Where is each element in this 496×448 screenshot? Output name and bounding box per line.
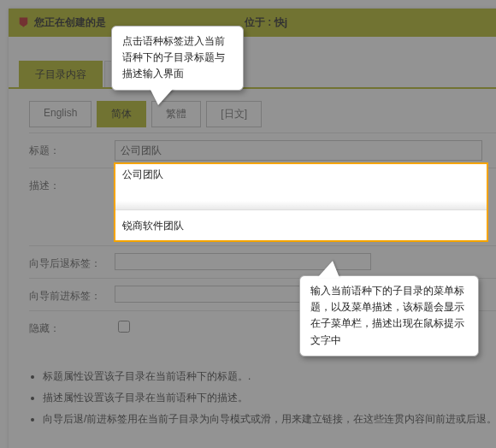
description-label: 描述： <box>29 175 115 193</box>
hidden-label: 隐藏： <box>29 318 115 336</box>
callout-text: 点击语种标签进入当前语种下的子目录标题与描述输入界面 <box>122 35 225 80</box>
hidden-checkbox[interactable] <box>118 321 130 333</box>
shield-icon: ⛊ <box>17 17 29 29</box>
help-bullet-list: 标题属性设置该子目录在当前语种下的标题。. 描述属性设置该子目录在当前语种下的描… <box>9 362 496 439</box>
lang-tab-simplified[interactable]: 简体 <box>97 101 146 127</box>
highlight-desc-value[interactable]: 锐商软件团队 <box>115 214 487 233</box>
lang-tab-traditional[interactable]: 繁體 <box>151 101 201 127</box>
help-bullet: 标题属性设置该子目录在当前语种下的标题。. <box>43 367 496 386</box>
highlight-title-desc: 公司团队 锐商软件团队 <box>114 162 488 242</box>
primary-tabs: 子目录内容 限 <box>9 61 496 89</box>
help-bullet: 描述属性设置该子目录在当前语种下的描述。 <box>43 388 496 408</box>
divider <box>115 201 487 210</box>
tab-subdir-content[interactable]: 子目录内容 <box>19 61 103 87</box>
help-bullet: 向导后退/前进标签用在当前子目录为向导模式或滑，用来建立链接，在这些连贯内容间前… <box>43 410 496 429</box>
wizard-forward-label: 向导前进标签： <box>29 286 115 304</box>
lang-tab-english[interactable]: English <box>29 101 92 127</box>
language-tabs: English 简体 繁體 [日文] <box>9 89 496 127</box>
highlight-title-value[interactable]: 公司团队 <box>115 164 487 182</box>
title-label: 标题： <box>29 140 115 158</box>
wizard-back-label: 向导后退标签： <box>29 253 115 271</box>
lang-tab-japanese[interactable]: [日文] <box>206 101 262 127</box>
title-input[interactable]: 公司团队 <box>115 140 482 161</box>
warning-banner: ⛊ 您正在创建的是 位于 : 快j <box>9 9 496 37</box>
callout-title-desc: 输入当前语种下的子目录的菜单标题，以及菜单描述，该标题会显示在子菜单栏，描述出现… <box>299 275 479 357</box>
banner-text-left: 您正在创建的是 <box>34 15 106 30</box>
callout-lang-tabs: 点击语种标签进入当前语种下的子目录标题与描述输入界面 <box>111 26 244 91</box>
speech-tail-icon <box>150 88 174 105</box>
callout-text: 输入当前语种下的子目录的菜单标题，以及菜单描述，该标题会显示在子菜单栏，描述出现… <box>310 285 464 346</box>
banner-text-right: 位于 : 快j <box>245 15 287 30</box>
speech-tail-icon <box>317 261 340 278</box>
